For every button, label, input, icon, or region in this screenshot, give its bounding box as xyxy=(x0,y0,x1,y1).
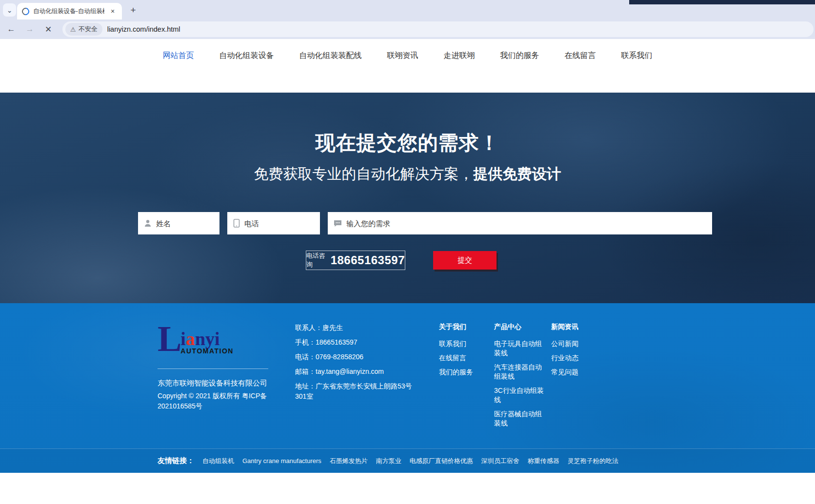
tab-search-button[interactable]: ⌄ xyxy=(3,3,16,17)
submit-button[interactable]: 提交 xyxy=(433,251,497,270)
friend-link[interactable]: 自动组装机 xyxy=(202,457,234,465)
footer-link-company-news[interactable]: 公司新闻 xyxy=(551,339,597,349)
hero-subtitle-regular: 免费获取专业的自动化解决方案， xyxy=(254,166,474,182)
contact-mobile: 手机：18665163597 xyxy=(295,337,418,348)
security-label: 不安全 xyxy=(79,25,98,34)
footer-column-about: 关于我们 联系我们 在线留言 我们的服务 xyxy=(439,323,485,382)
copyright-line2: 2021016585号 xyxy=(158,401,279,411)
friend-links-label: 友情链接： xyxy=(158,456,194,465)
nav-item-services[interactable]: 我们的服务 xyxy=(500,51,539,61)
nav-item-equipment[interactable]: 自动化组装设备 xyxy=(219,51,274,61)
logo-rest: ianyi AUTOMATION xyxy=(180,331,234,355)
contact-tel: 电话：0769-82858206 xyxy=(295,352,418,362)
hero-subtitle: 免费获取专业的自动化解决方案，提供免费设计 xyxy=(0,164,815,184)
hero-section: 现在提交您的需求！ 免费获取专业的自动化解决方案，提供免费设计 xyxy=(0,93,815,303)
footer-column-title: 新闻资讯 xyxy=(551,323,597,331)
logo-subtitle: AUTOMATION xyxy=(180,347,234,355)
nav-item-about[interactable]: 走进联翊 xyxy=(444,51,475,61)
tab-close-icon[interactable]: × xyxy=(108,7,117,16)
forward-button[interactable]: → xyxy=(22,22,37,37)
footer-column-title: 产品中心 xyxy=(494,323,547,331)
footer-column-news: 新闻资讯 公司新闻 行业动态 常见问题 xyxy=(551,323,597,382)
friend-link[interactable]: 南方泵业 xyxy=(376,457,401,465)
lead-form xyxy=(138,212,712,234)
message-bubble-icon xyxy=(334,220,342,227)
phone-consult-label: 电话咨询 xyxy=(306,252,327,269)
phone-consult-number: 18665163597 xyxy=(331,253,405,267)
cta-row: 电话咨询 18665163597 提交 xyxy=(306,251,815,270)
new-tab-button[interactable]: + xyxy=(127,4,139,17)
footer-column-title: 关于我们 xyxy=(439,323,485,331)
stop-icon: ✕ xyxy=(45,24,52,35)
demand-input[interactable] xyxy=(346,219,706,228)
phone-input[interactable] xyxy=(244,219,314,228)
hero-subtitle-bold: 提供免费设计 xyxy=(474,166,561,182)
company-name: 东莞市联翊智能设备科技有限公司 xyxy=(158,379,279,388)
friend-link[interactable]: 灵芝孢子粉的吃法 xyxy=(568,457,618,465)
demand-field-wrapper xyxy=(328,212,712,234)
friend-link[interactable]: 称重传感器 xyxy=(528,457,559,465)
footer-left-column: L ianyi AUTOMATION 东莞市联翊智能设备科技有限公司 Copyr… xyxy=(158,318,279,411)
tab-title: 自动化组装设备-自动组装机-自 xyxy=(33,7,104,16)
footer-link-3c-line[interactable]: 3C行业自动组装线 xyxy=(494,386,547,405)
footer-contact: 联系人：唐先生 手机：18665163597 电话：0769-82858206 … xyxy=(295,323,418,402)
friend-links-bar: 友情链接： 自动组装机 Gantry crane manufacturers 石… xyxy=(0,448,815,473)
footer-link-message[interactable]: 在线留言 xyxy=(439,353,485,363)
name-input[interactable] xyxy=(156,219,214,228)
footer-link-industry-news[interactable]: 行业动态 xyxy=(551,353,597,363)
url-text[interactable]: lianyizn.com/index.html xyxy=(107,25,180,33)
logo-letter-big: L xyxy=(158,323,181,355)
logo-wordmark: ianyi xyxy=(180,331,234,347)
stop-button[interactable]: ✕ xyxy=(41,22,56,37)
nav-item-home[interactable]: 网站首页 xyxy=(163,51,194,61)
mobile-phone-icon xyxy=(233,219,240,228)
chevron-down-icon: ⌄ xyxy=(7,6,13,14)
phone-consult-box: 电话咨询 18665163597 xyxy=(306,251,405,270)
footer-link-services[interactable]: 我们的服务 xyxy=(439,368,485,377)
footer-link-medical-line[interactable]: 医疗器械自动组装线 xyxy=(494,409,547,428)
back-arrow-icon: ← xyxy=(7,24,16,34)
nav-item-contact[interactable]: 联系我们 xyxy=(621,51,653,61)
browser-tab[interactable]: 自动化组装设备-自动组装机-自 × xyxy=(17,3,122,19)
contact-person: 联系人：唐先生 xyxy=(295,323,418,333)
forward-arrow-icon: → xyxy=(26,24,34,34)
background-window-edge xyxy=(629,0,815,4)
footer-divider xyxy=(158,368,268,369)
footer-column-products: 产品中心 电子玩具自动组装线 汽车连接器自动组装线 3C行业自动组装线 医疗器械… xyxy=(494,323,547,433)
footer-link-connector-line[interactable]: 汽车连接器自动组装线 xyxy=(494,363,547,381)
security-chip[interactable]: ⚠ 不安全 xyxy=(65,23,102,36)
main-navigation: 网站首页 自动化组装设备 自动化组装装配线 联翊资讯 走进联翊 我们的服务 在线… xyxy=(0,39,815,61)
footer: L ianyi AUTOMATION 东莞市联翊智能设备科技有限公司 Copyr… xyxy=(0,303,815,473)
hero-title: 现在提交您的需求！ xyxy=(0,93,815,156)
address-bar[interactable]: ⚠ 不安全 lianyizn.com/index.html xyxy=(62,21,814,37)
friend-link[interactable]: Gantry crane manufacturers xyxy=(242,457,321,465)
site-header: 网站首页 自动化组装设备 自动化组装装配线 联翊资讯 走进联翊 我们的服务 在线… xyxy=(0,39,815,93)
name-field-wrapper xyxy=(138,212,219,234)
person-icon xyxy=(144,219,152,227)
contact-address: 地址：广东省东莞市长安镇上朗路53号 xyxy=(295,381,418,391)
plus-icon: + xyxy=(130,5,136,16)
copyright: Copyright © 2021 版权所有 粤ICP备 2021016585号 xyxy=(158,391,279,411)
footer-link-contact[interactable]: 联系我们 xyxy=(439,339,485,349)
nav-item-message[interactable]: 在线留言 xyxy=(565,51,596,61)
browser-chrome: ⌄ 自动化组装设备-自动组装机-自 × + ← → ✕ ⚠ 不安全 lianyi… xyxy=(0,0,815,39)
phone-field-wrapper xyxy=(227,212,320,234)
friend-link[interactable]: 电感原厂直销价格优惠 xyxy=(410,457,473,465)
nav-item-assembly-line[interactable]: 自动化组装装配线 xyxy=(299,51,362,61)
friend-link[interactable]: 深圳员工宿舍 xyxy=(481,457,519,465)
back-button[interactable]: ← xyxy=(4,22,19,37)
browser-toolbar: ← → ✕ ⚠ 不安全 lianyizn.com/index.html xyxy=(0,19,815,39)
nav-item-news[interactable]: 联翊资讯 xyxy=(387,51,418,61)
contact-address-line2: 301室 xyxy=(295,391,418,402)
footer-link-toy-line[interactable]: 电子玩具自动组装线 xyxy=(494,339,547,358)
warning-triangle-icon: ⚠ xyxy=(70,26,76,33)
company-logo[interactable]: L ianyi AUTOMATION xyxy=(158,318,279,355)
contact-email: 邮箱：tay.tang@lianyizn.com xyxy=(295,367,418,377)
site-favicon-icon xyxy=(20,6,31,17)
friend-link[interactable]: 石墨烯发热片 xyxy=(330,457,368,465)
copyright-line1: Copyright © 2021 版权所有 粤ICP备 xyxy=(158,391,279,401)
footer-link-faq[interactable]: 常见问题 xyxy=(551,368,597,377)
